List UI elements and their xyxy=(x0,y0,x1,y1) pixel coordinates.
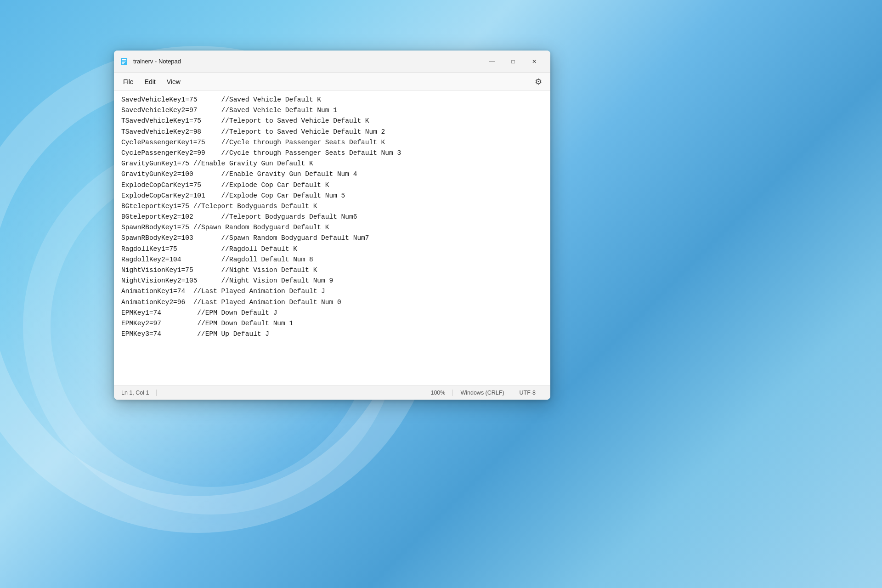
svg-rect-2 xyxy=(122,61,126,62)
gear-icon: ⚙ xyxy=(535,77,542,87)
text-area[interactable]: SavedVehicleKey1=75 //Saved Vehicle Defa… xyxy=(114,91,550,385)
svg-rect-1 xyxy=(122,59,126,60)
menu-bar: File Edit View ⚙ xyxy=(114,73,550,91)
svg-rect-4 xyxy=(122,63,124,64)
settings-button[interactable]: ⚙ xyxy=(530,74,547,90)
line-ending: Windows (CRLF) xyxy=(453,390,512,396)
notepad-window: trainerv - Notepad — □ ✕ File Edit View … xyxy=(114,51,550,400)
menu-view[interactable]: View xyxy=(161,76,186,87)
svg-rect-3 xyxy=(122,62,125,63)
menu-edit[interactable]: Edit xyxy=(139,76,161,87)
close-button[interactable]: ✕ xyxy=(524,54,545,69)
zoom-level: 100% xyxy=(423,390,453,396)
title-bar: trainerv - Notepad — □ ✕ xyxy=(114,51,550,73)
svg-rect-0 xyxy=(121,58,127,65)
app-icon xyxy=(119,57,129,66)
status-bar: Ln 1, Col 1 100% Windows (CRLF) UTF-8 xyxy=(114,385,550,400)
maximize-button[interactable]: □ xyxy=(503,54,524,69)
minimize-button[interactable]: — xyxy=(481,54,503,69)
window-controls: — □ ✕ xyxy=(481,54,545,69)
cursor-position: Ln 1, Col 1 xyxy=(121,390,157,396)
encoding: UTF-8 xyxy=(512,390,543,396)
text-content[interactable]: SavedVehicleKey1=75 //Saved Vehicle Defa… xyxy=(121,95,543,339)
window-title: trainerv - Notepad xyxy=(133,58,481,65)
menu-file[interactable]: File xyxy=(118,76,139,87)
